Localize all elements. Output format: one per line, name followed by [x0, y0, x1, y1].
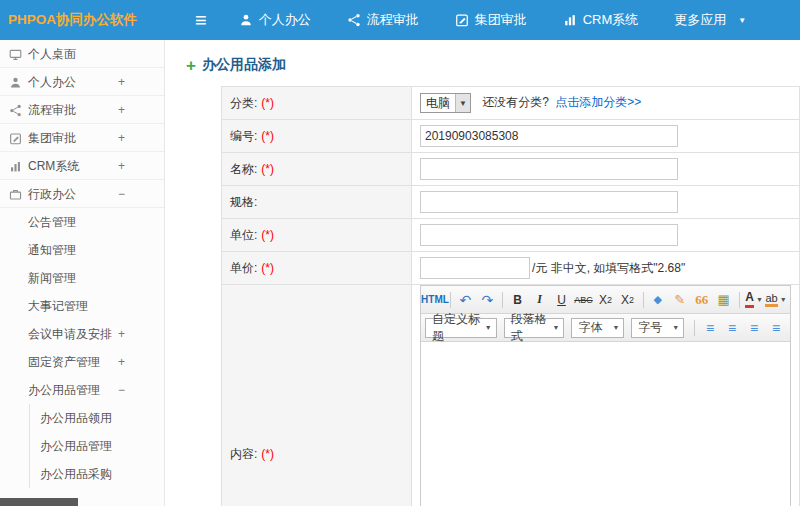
remove-format-icon[interactable]: ◆: [648, 290, 668, 310]
superscript-exp: 2: [607, 295, 612, 305]
font-family-select[interactable]: 字体▼: [571, 318, 624, 338]
spec-input[interactable]: [420, 191, 678, 213]
sidebar-item-office-supplies-mgmt[interactable]: 办公用品管理 −: [0, 376, 164, 404]
superscript-button[interactable]: X2: [596, 290, 616, 310]
nav-more-apps[interactable]: 更多应用 ▼: [674, 11, 746, 29]
caret-down-icon: ▼: [756, 296, 763, 303]
align-right-icon[interactable]: ≡: [744, 318, 764, 338]
field-label: 内容:: [230, 447, 257, 461]
sidebar-item-admin-office[interactable]: 行政办公 −: [0, 180, 164, 208]
format-painter-icon[interactable]: ✎: [670, 290, 690, 310]
sidebar-subgroup-office-supplies: 办公用品领用 办公用品管理 办公用品采购: [29, 404, 164, 488]
sidebar-item-supplies-purchase[interactable]: 办公用品采购: [30, 460, 164, 488]
caret-down-icon: ▼: [485, 324, 492, 331]
approval-icon: [9, 132, 22, 145]
font-color-button[interactable]: A▼: [744, 290, 764, 310]
subscript-button[interactable]: X2: [618, 290, 638, 310]
field-label: 单价:: [230, 261, 257, 275]
sidebar-item-flow-approval[interactable]: 流程审批 +: [0, 96, 164, 124]
nav-group-approval[interactable]: 集团审批: [455, 11, 527, 29]
html-source-button[interactable]: HTML: [425, 290, 445, 310]
editor-content-area[interactable]: [421, 342, 790, 506]
sidebar: 个人桌面 个人办公 + 流程审批 + 集团审批 + CRM系统 + 行政办公 −: [0, 40, 165, 506]
sidebar-item-notice-mgmt[interactable]: 通知管理: [0, 236, 164, 264]
sidebar-item-supplies-manage[interactable]: 办公用品管理: [30, 432, 164, 460]
undo-icon[interactable]: ↶: [455, 290, 475, 310]
price-suffix: /元 非中文, 如填写格式"2.68": [532, 261, 685, 275]
required-marker: (*): [261, 129, 274, 143]
align-left-icon[interactable]: ≡: [700, 318, 720, 338]
category-hint: 还没有分类?: [482, 95, 549, 109]
sidebar-item-announcement-mgmt[interactable]: 公告管理: [0, 208, 164, 236]
italic-button[interactable]: I: [530, 290, 550, 310]
field-label: 名称:: [230, 162, 257, 176]
sidebar-item-fixed-assets[interactable]: 固定资产管理 +: [0, 348, 164, 376]
page-title: 办公用品添加: [202, 56, 286, 74]
sidebar-item-personal-office[interactable]: 个人办公 +: [0, 68, 164, 96]
flow-icon: [9, 104, 22, 117]
field-label-cell: 内容:(*): [222, 285, 412, 506]
app-logo[interactable]: PHPOA协同办公软件: [0, 11, 165, 29]
name-input[interactable]: [420, 158, 678, 180]
font-size-value: 字号: [638, 319, 662, 336]
expand-toggle[interactable]: +: [118, 124, 125, 152]
category-select[interactable]: 电脑 ▼: [420, 93, 471, 113]
caret-down-icon: ▼: [553, 324, 560, 331]
field-label: 编号:: [230, 129, 257, 143]
align-center-icon[interactable]: ≡: [722, 318, 742, 338]
required-marker: (*): [261, 96, 274, 110]
align-justify-icon[interactable]: ≡: [766, 318, 786, 338]
blockquote-button[interactable]: 66: [692, 290, 712, 310]
bold-button[interactable]: B: [508, 290, 528, 310]
horizontal-scrollbar-thumb[interactable]: [0, 498, 78, 506]
sidebar-item-supplies-requisition[interactable]: 办公用品领用: [30, 404, 164, 432]
sidebar-item-events-mgmt[interactable]: 大事记管理: [0, 292, 164, 320]
field-cell: [412, 153, 800, 186]
flow-icon: [347, 13, 361, 27]
highlight-color-button[interactable]: ab▼: [766, 290, 786, 310]
chart-icon: [9, 160, 22, 173]
code-input[interactable]: [420, 125, 678, 147]
form-row-code: 编号:(*): [222, 120, 800, 153]
expand-toggle[interactable]: +: [118, 348, 125, 376]
nav-personal-office[interactable]: 个人办公: [239, 11, 311, 29]
redo-icon[interactable]: ↷: [477, 290, 497, 310]
person-icon: [239, 13, 253, 27]
add-category-link[interactable]: 点击添加分类>>: [555, 95, 641, 109]
sidebar-item-label: 新闻管理: [28, 271, 76, 285]
form-row-content: 内容:(*) HTML ↶ ↷ B I U: [222, 285, 800, 506]
paragraph-format-select[interactable]: 段落格式▼: [504, 318, 565, 338]
form-row-name: 名称:(*): [222, 153, 800, 186]
heading-style-select[interactable]: 自定义标题▼: [425, 318, 497, 338]
expand-toggle[interactable]: +: [118, 320, 125, 348]
form-row-price: 单价:(*) /元 非中文, 如填写格式"2.68": [222, 252, 800, 285]
unit-input[interactable]: [420, 224, 678, 246]
hamburger-menu-icon[interactable]: ≡: [195, 10, 207, 30]
nav-flow-approval[interactable]: 流程审批: [347, 11, 419, 29]
nav-crm-system[interactable]: CRM系统: [563, 11, 639, 29]
font-family-value: 字体: [578, 319, 602, 336]
expand-toggle[interactable]: +: [118, 96, 125, 124]
sidebar-item-news-mgmt[interactable]: 新闻管理: [0, 264, 164, 292]
nav-label: 流程审批: [367, 11, 419, 29]
price-input[interactable]: [420, 257, 530, 279]
strikethrough-button[interactable]: ABC: [574, 290, 594, 310]
sidebar-item-meeting-request[interactable]: 会议申请及安排 +: [0, 320, 164, 348]
sidebar-item-label: 个人办公: [28, 75, 76, 89]
collapse-toggle[interactable]: −: [118, 376, 125, 404]
underline-button[interactable]: U: [552, 290, 572, 310]
sidebar-item-label: 集团审批: [28, 131, 76, 145]
table-icon[interactable]: ▦: [714, 290, 734, 310]
expand-toggle[interactable]: +: [118, 152, 125, 180]
chart-icon: [563, 13, 577, 27]
field-label-cell: 分类:(*): [222, 87, 412, 120]
collapse-toggle[interactable]: −: [118, 180, 125, 208]
sidebar-item-personal-desktop[interactable]: 个人桌面: [0, 40, 164, 68]
expand-toggle[interactable]: +: [118, 68, 125, 96]
sidebar-item-crm-system[interactable]: CRM系统 +: [0, 152, 164, 180]
field-label-cell: 名称:(*): [222, 153, 412, 186]
field-cell: HTML ↶ ↷ B I U ABC X2 X2 ◆: [412, 285, 800, 506]
sidebar-item-group-approval[interactable]: 集团审批 +: [0, 124, 164, 152]
font-size-select[interactable]: 字号▼: [631, 318, 684, 338]
form-row-unit: 单位:(*): [222, 219, 800, 252]
